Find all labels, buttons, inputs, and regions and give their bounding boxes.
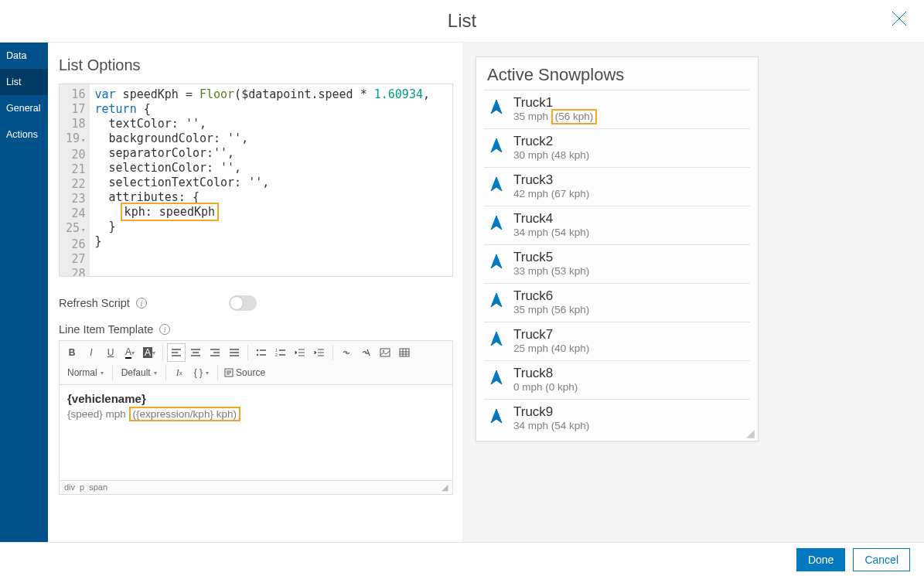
list-item[interactable]: Truck635 mph (56 kph) — [484, 283, 750, 322]
table-button[interactable] — [395, 343, 414, 362]
text-color-button[interactable]: A▾ — [121, 343, 139, 362]
vehicle-name: Truck8 — [513, 366, 578, 381]
done-button[interactable]: Done — [796, 548, 845, 571]
bold-button[interactable]: B — [63, 343, 81, 362]
breadcrumb-span[interactable]: span — [89, 482, 107, 492]
sidebar: Data List General Actions — [0, 43, 48, 542]
vehicle-name: Truck3 — [513, 172, 589, 188]
kph-highlight: (56 kph) — [551, 109, 598, 124]
font-select[interactable]: Default▾ — [117, 366, 162, 380]
breadcrumb-div[interactable]: div — [64, 482, 75, 492]
direction-arrow-icon — [489, 291, 504, 313]
vehicle-speed: 35 mph (56 kph) — [513, 111, 597, 122]
source-icon — [224, 368, 234, 377]
align-left-button[interactable] — [167, 343, 186, 362]
remove-format-button[interactable]: Ix — [170, 363, 189, 382]
image-button[interactable] — [376, 343, 394, 362]
arcade-code-editor[interactable]: 16171819202122232425262728 var speedKph … — [59, 84, 453, 277]
editor-toolbar: B I U A▾ A▾ 12 — [60, 341, 452, 385]
vehicle-speed: 35 mph (56 kph) — [513, 304, 589, 315]
titlebar: List — [0, 0, 924, 43]
direction-arrow-icon — [489, 176, 504, 197]
vehicle-name: Truck1 — [513, 95, 597, 111]
italic-button[interactable]: I — [82, 343, 101, 362]
svg-point-0 — [257, 349, 258, 351]
list-item[interactable]: Truck434 mph (54 kph) — [484, 206, 750, 244]
vehicle-name: Truck4 — [513, 211, 589, 227]
sidebar-tab-list[interactable]: List — [0, 69, 48, 95]
sidebar-tab-general[interactable]: General — [0, 95, 48, 121]
bullet-list-icon — [256, 348, 267, 357]
config-panel: List Options 16171819202122232425262728 … — [48, 43, 462, 542]
template-line1: {vehiclename} — [67, 391, 445, 407]
indent-button[interactable] — [310, 343, 329, 362]
numbered-list-button[interactable]: 12 — [271, 343, 290, 362]
list-item[interactable]: Truck135 mph (56 kph) — [484, 90, 750, 128]
list-item[interactable]: Truck80 mph (0 kph) — [484, 360, 750, 399]
align-right-icon — [210, 348, 220, 357]
unlink-button[interactable] — [356, 343, 375, 362]
code-gutter: 16171819202122232425262728 — [60, 84, 90, 276]
vehicle-name: Truck9 — [513, 404, 589, 420]
source-button[interactable]: Source — [222, 363, 268, 382]
vehicle-speed: 33 mph (53 kph) — [513, 265, 589, 277]
vehicle-name: Truck5 — [513, 250, 589, 265]
list-item[interactable]: Truck342 mph (67 kph) — [484, 167, 750, 206]
resize-handle-icon[interactable]: ◢ — [442, 482, 448, 492]
direction-arrow-icon — [489, 407, 504, 429]
image-icon — [380, 348, 390, 357]
svg-text:2: 2 — [275, 353, 278, 357]
cancel-button[interactable]: Cancel — [853, 548, 910, 571]
resize-handle-icon[interactable]: ◢ — [746, 427, 755, 439]
close-button[interactable] — [890, 9, 909, 31]
vehicle-name: Truck6 — [513, 288, 589, 304]
info-icon[interactable]: i — [136, 298, 147, 308]
bg-color-button[interactable]: A▾ — [140, 343, 159, 362]
direction-arrow-icon — [489, 137, 504, 158]
fields-button[interactable]: { }▾ — [189, 366, 213, 380]
table-icon — [399, 348, 410, 357]
refresh-script-toggle[interactable] — [229, 295, 257, 311]
line-item-template-editor: B I U A▾ A▾ 12 — [59, 340, 453, 495]
link-button[interactable] — [337, 343, 356, 362]
outdent-button[interactable] — [291, 343, 309, 362]
svg-rect-6 — [400, 349, 409, 356]
close-icon — [890, 9, 909, 28]
code-area[interactable]: var speedKph = Floor($datapoint.speed * … — [90, 84, 435, 276]
editor-body[interactable]: {vehiclename} {speed} mph ({expression/k… — [60, 385, 452, 480]
vehicle-name: Truck7 — [513, 327, 589, 343]
bullet-list-button[interactable] — [252, 343, 271, 362]
list-item[interactable]: Truck533 mph (53 kph) — [484, 244, 750, 283]
list-item[interactable]: Truck230 mph (48 kph) — [484, 128, 750, 167]
align-center-button[interactable] — [186, 343, 205, 362]
breadcrumb-p[interactable]: p — [80, 482, 84, 492]
list-item[interactable]: Truck934 mph (54 kph) — [484, 399, 750, 438]
refresh-script-label: Refresh Script — [59, 297, 130, 309]
sidebar-tab-data[interactable]: Data — [0, 43, 48, 69]
align-justify-button[interactable] — [225, 343, 244, 362]
direction-arrow-icon — [489, 253, 504, 274]
editor-breadcrumb: div p span ◢ — [60, 480, 452, 494]
preview-title: Active Snowplows — [487, 65, 750, 85]
template-label: Line Item Template — [59, 323, 153, 336]
align-justify-icon — [229, 348, 240, 357]
info-icon[interactable]: i — [159, 324, 170, 335]
align-right-button[interactable] — [206, 343, 224, 362]
outdent-icon — [295, 348, 305, 357]
template-line2: {speed} mph ({expression/kph} kph) — [67, 407, 445, 422]
list-item[interactable]: Truck725 mph (40 kph) — [484, 322, 750, 360]
sidebar-tab-actions[interactable]: Actions — [0, 121, 48, 148]
vehicle-speed: 0 mph (0 kph) — [513, 381, 578, 393]
indent-icon — [314, 348, 325, 357]
underline-button[interactable]: U — [101, 343, 120, 362]
dialog-title: List — [448, 10, 476, 32]
numbered-list-icon: 12 — [275, 348, 286, 357]
vehicle-speed: 25 mph (40 kph) — [513, 343, 589, 354]
main: Data List General Actions List Options 1… — [0, 43, 924, 542]
preview-card: Active Snowplows Truck135 mph (56 kph)Tr… — [476, 56, 759, 441]
vehicle-name: Truck2 — [513, 134, 589, 149]
paragraph-format-select[interactable]: Normal▾ — [63, 366, 108, 380]
svg-point-5 — [383, 350, 384, 352]
vehicle-speed: 42 mph (67 kph) — [513, 188, 589, 199]
preview-panel: Active Snowplows Truck135 mph (56 kph)Tr… — [462, 43, 924, 542]
